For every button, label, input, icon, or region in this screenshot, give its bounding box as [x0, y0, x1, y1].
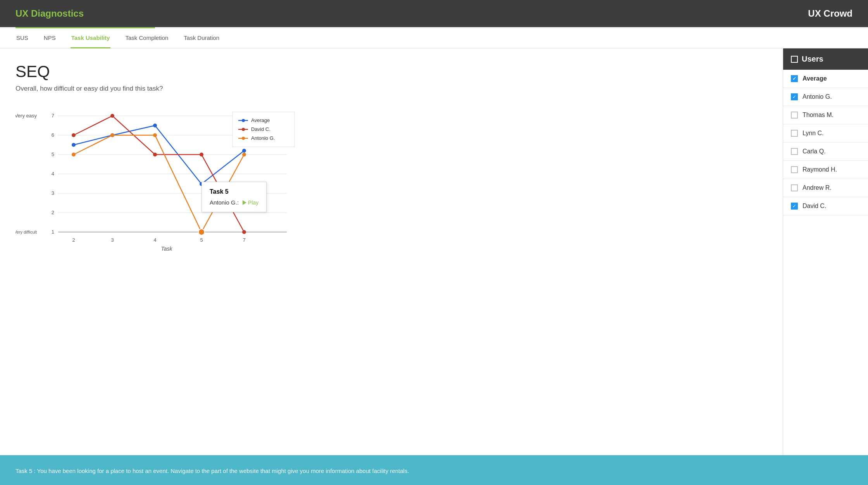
svg-text:Task: Task	[161, 246, 172, 251]
svg-point-31	[200, 153, 203, 157]
svg-text:2: 2	[52, 210, 54, 215]
svg-point-30	[153, 153, 157, 157]
sidebar: Users Average Antonio G. Thomas M. Lynn …	[783, 48, 868, 455]
sidebar-label-andrew: Andrew R.	[803, 184, 832, 191]
svg-text:Antonio G.: Antonio G.	[251, 135, 275, 141]
svg-point-25	[153, 124, 157, 127]
checkbox-thomas[interactable]	[791, 112, 798, 119]
svg-text:Very easy: Very easy	[16, 113, 37, 119]
sidebar-label-raymond: Raymond H.	[803, 166, 837, 173]
svg-point-36	[198, 229, 205, 235]
checkbox-average[interactable]	[791, 75, 798, 82]
svg-text:1: 1	[52, 229, 54, 235]
nav-tabs: SUS NPS Task Usability Task Completion T…	[0, 28, 868, 48]
checkbox-raymond[interactable]	[791, 166, 798, 173]
svg-point-26	[200, 182, 203, 186]
svg-point-35	[153, 133, 157, 137]
checkbox-carla[interactable]	[791, 148, 798, 155]
svg-point-40	[242, 119, 245, 122]
svg-point-33	[72, 153, 76, 157]
sidebar-label-lynn: Lynn C.	[803, 130, 824, 137]
sidebar-label-thomas: Thomas M.	[803, 112, 834, 119]
sidebar-item-thomas[interactable]: Thomas M.	[783, 106, 868, 124]
sidebar-label-carla: Carla Q.	[803, 148, 826, 155]
svg-point-46	[242, 137, 245, 140]
brand-title: UX Crowd	[808, 8, 852, 19]
checkbox-lynn[interactable]	[791, 130, 798, 137]
tab-task-duration[interactable]: Task Duration	[183, 28, 220, 48]
bottom-bar: Task 5 : You have been looking for a pla…	[0, 455, 868, 485]
svg-text:3: 3	[52, 190, 54, 196]
svg-text:Average: Average	[251, 117, 270, 123]
main-layout: SEQ Overall, how difficult or easy did y…	[0, 48, 868, 455]
sidebar-label-antonio: Antonio G.	[803, 93, 832, 100]
svg-text:3: 3	[111, 237, 114, 243]
users-checkbox-all[interactable]	[791, 56, 798, 63]
checkbox-david[interactable]	[791, 203, 798, 210]
svg-text:6: 6	[52, 132, 54, 138]
checkbox-antonio[interactable]	[791, 93, 798, 100]
tab-task-completion[interactable]: Task Completion	[124, 28, 169, 48]
content-area: SEQ Overall, how difficult or easy did y…	[0, 48, 783, 455]
svg-text:4: 4	[52, 171, 54, 177]
svg-point-34	[110, 133, 114, 137]
svg-point-37	[242, 153, 246, 157]
sidebar-item-antonio[interactable]: Antonio G.	[783, 88, 868, 106]
header: UX Diagnostics UX Crowd	[0, 0, 868, 27]
svg-point-27	[242, 149, 246, 153]
svg-point-43	[242, 128, 245, 131]
sidebar-item-raymond[interactable]: Raymond H.	[783, 161, 868, 179]
sidebar-header-label: Users	[802, 55, 823, 64]
tab-task-usability[interactable]: Task Usability	[71, 28, 111, 48]
svg-text:4: 4	[153, 237, 156, 243]
sidebar-item-lynn[interactable]: Lynn C.	[783, 124, 868, 143]
chart-container: 7 6 5 4 3 2 1 Very easy Very difficult 2…	[16, 104, 353, 253]
sidebar-item-carla[interactable]: Carla Q.	[783, 143, 868, 161]
checkbox-andrew[interactable]	[791, 184, 798, 191]
sidebar-item-andrew[interactable]: Andrew R.	[783, 179, 868, 197]
sidebar-label-david: David C.	[803, 203, 826, 210]
tab-nps[interactable]: NPS	[43, 28, 57, 48]
sidebar-header: Users	[783, 48, 868, 70]
svg-text:2: 2	[72, 237, 75, 243]
section-subtitle: Overall, how difficult or easy did you f…	[16, 85, 767, 93]
svg-point-32	[242, 230, 246, 234]
seq-chart: 7 6 5 4 3 2 1 Very easy Very difficult 2…	[16, 104, 353, 251]
sidebar-item-david[interactable]: David C.	[783, 197, 868, 215]
svg-point-23	[72, 143, 76, 147]
tab-sus[interactable]: SUS	[16, 28, 29, 48]
svg-text:Very difficult: Very difficult	[16, 230, 37, 234]
svg-text:5: 5	[52, 151, 54, 157]
svg-text:7: 7	[52, 113, 54, 119]
sidebar-item-average[interactable]: Average	[783, 70, 868, 88]
svg-point-29	[110, 114, 114, 118]
section-title: SEQ	[16, 62, 767, 81]
svg-text:David C.: David C.	[251, 126, 270, 132]
sidebar-label-average: Average	[803, 75, 827, 82]
bottom-bar-text: Task 5 : You have been looking for a pla…	[16, 468, 409, 474]
svg-point-28	[72, 133, 76, 137]
app-title: UX Diagnostics	[16, 8, 84, 19]
svg-text:5: 5	[200, 237, 203, 243]
svg-text:7: 7	[243, 237, 245, 243]
